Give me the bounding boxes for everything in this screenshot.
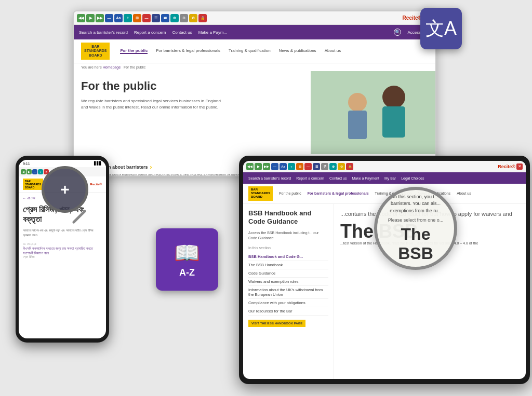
toolbar-btn-14[interactable]: 🔒 xyxy=(198,14,207,22)
main-nav-about[interactable]: About us xyxy=(325,48,341,54)
nav-link-report[interactable]: Report a concern xyxy=(134,30,166,35)
breadcrumb-home[interactable]: Homepage xyxy=(103,65,121,69)
magnifier-handle-left xyxy=(72,209,86,224)
tablet-recite-btn-7[interactable]: ⊞ xyxy=(296,163,303,170)
toolbar-btn-10[interactable]: ⇌ xyxy=(161,14,169,22)
phone-page-desc: আমাদের সর্বশেষ খবর এবং বক্তৃতা পড়ুন এবং… xyxy=(23,228,102,237)
svg-rect-2 xyxy=(382,106,405,138)
hero-image-inner xyxy=(311,71,435,154)
toolbar-btn-8[interactable]: — xyxy=(142,14,151,22)
tablet-recite-close[interactable]: ✕ xyxy=(516,163,523,170)
phone-news-link-1[interactable]: বিএসবি কনফার্মেশন সবচেয়ে জন্য তার ক্ষমত… xyxy=(23,246,102,255)
nav-search-icon[interactable]: 🔍 xyxy=(394,29,401,36)
toolbar-btn-4[interactable]: — xyxy=(105,14,113,22)
tablet-nav-link-1[interactable]: Search a barrister's record xyxy=(248,176,291,180)
tablet-recite-btn-13[interactable]: 🔒 xyxy=(346,163,353,170)
toolbar-btn-9[interactable]: ☰ xyxy=(152,14,160,22)
main-nav-news[interactable]: News & publications xyxy=(279,48,316,54)
tablet-recite-btn-3[interactable]: ▶▶ xyxy=(263,163,270,170)
az-icon[interactable]: 📖 A-Z xyxy=(156,228,218,291)
tablet-sidebar-item-6[interactable]: Compliance with your obligations xyxy=(248,299,328,307)
phone-recite-btn-2[interactable]: ▶ xyxy=(26,169,32,174)
main-nav-public[interactable]: For the public xyxy=(120,48,148,54)
svg-point-3 xyxy=(348,93,367,112)
nav-link-payment[interactable]: Make a Paym... xyxy=(198,30,228,35)
phone-news-type-1: প্রেস রিলিজ xyxy=(23,255,102,259)
svg-rect-4 xyxy=(348,111,367,139)
tablet-recite-btn-2[interactable]: ▶ xyxy=(255,163,262,170)
tablet-magnifier-big: The BSB xyxy=(388,225,444,263)
desktop-main-nav: For the public For barristers & legal pr… xyxy=(120,48,341,54)
toolbar-btn-7[interactable]: ⊞ xyxy=(133,14,141,22)
tablet-bsb-logo: BAR STANDARDS BOARD xyxy=(248,186,273,201)
tablet-recite-btn-4[interactable]: — xyxy=(271,163,278,170)
phone-news-date-1: ০৮ মে ২০২৪ xyxy=(23,242,102,246)
hero-image xyxy=(311,71,435,154)
tablet-sidebar-item-5[interactable]: Information about the UK's withdrawal fr… xyxy=(248,286,328,299)
tablet-sidebar: BSB Handbook and Code Guidance Access th… xyxy=(243,204,334,379)
toolbar-btn-6[interactable]: + xyxy=(124,14,132,22)
tablet-top-nav: Search a barrister's record Report a con… xyxy=(243,172,526,184)
tablet-recite-btn-8[interactable]: — xyxy=(304,163,312,170)
phone-recite-btn-1[interactable]: ◀ xyxy=(21,169,26,174)
desktop-main-header: BAR STANDARDS BOARD For the public For b… xyxy=(74,39,435,63)
tablet-recite-btn-6[interactable]: + xyxy=(288,163,295,170)
magnifier-left: + xyxy=(42,166,99,223)
svg-point-1 xyxy=(382,86,405,108)
tablet-magnifier-text: In this section, you t... barristers. Yo… xyxy=(388,194,444,215)
info-box-1-title: Information about barristers xyxy=(85,163,250,171)
nav-link-contact[interactable]: Contact us xyxy=(172,30,192,35)
toolbar-btn-1[interactable]: ◀◀ xyxy=(77,14,85,22)
tablet-nav-link-5[interactable]: My Bar xyxy=(384,176,396,180)
tablet-recite-btn-9[interactable]: ☰ xyxy=(313,163,320,170)
monitor-screen: ◀◀ ▶ ▶▶ — Aa + ⊞ — ☰ ⇌ ⊕ ⊙ ⊘ 🔒 Recite® ✕… xyxy=(73,10,436,176)
tablet-nav-link-3[interactable]: Contact us xyxy=(329,176,347,180)
hero-title: For the public xyxy=(81,79,303,93)
phone-recite-btn-3[interactable]: — xyxy=(32,169,37,174)
scene: 文A ◀◀ ▶ ▶▶ — Aa + ⊞ — ☰ ⇌ ⊕ ⊙ ⊘ 🔒 Recite… xyxy=(0,0,532,396)
tablet-sidebar-item-7[interactable]: Our resources for the Bar xyxy=(248,307,328,316)
tablet-main-nav-1[interactable]: For the public xyxy=(279,192,301,195)
toolbar-btn-11[interactable]: ⊕ xyxy=(170,14,179,22)
tablet-sidebar-item-2[interactable]: The BSB Handbook xyxy=(248,261,328,269)
recite-logo-desktop: Recite® xyxy=(403,15,422,21)
tablet-sidebar-desc: Access the BSB Handbook including t... o… xyxy=(248,230,328,241)
tablet-section-label: In this section xyxy=(248,246,328,250)
tablet-recite-logo: Recite® xyxy=(498,164,515,169)
toolbar-btn-12[interactable]: ⊙ xyxy=(180,14,188,22)
toolbar-btn-13[interactable]: ⊘ xyxy=(189,14,197,22)
toolbar-btn-5[interactable]: Aa xyxy=(114,14,123,22)
tablet-recite-btn-10[interactable]: ⇌ xyxy=(321,163,328,170)
tablet-main-nav-2[interactable]: For barristers & legal professionals xyxy=(308,192,369,195)
phone-news-item-1: ০৮ মে ২০২৪ বিএসবি কনফার্মেশন সবচেয়ে জন্… xyxy=(23,242,102,259)
translate-icon[interactable]: 文A xyxy=(420,8,462,49)
tablet-magnifier-select: Please select from one o... xyxy=(388,217,444,223)
main-nav-training[interactable]: Training & qualification xyxy=(229,48,271,54)
tablet-recite-btn-12[interactable]: ⊙ xyxy=(338,163,345,170)
tablet-recite-btn-11[interactable]: ⊕ xyxy=(329,163,337,170)
tablet-sidebar-item-1[interactable]: BSB Handbook and Code G... xyxy=(248,253,328,261)
toolbar-btn-3[interactable]: ▶▶ xyxy=(96,14,104,22)
nav-link-search[interactable]: Search a barrister's record xyxy=(79,30,128,35)
main-nav-barristers[interactable]: For barristers & legal professionals xyxy=(156,48,220,54)
tablet-magnifier-handle xyxy=(434,263,450,270)
tablet-visit-button[interactable]: VISIT THE BSB HANDBOOK PAGE xyxy=(248,320,305,327)
tablet-nav-link-2[interactable]: Report a concern xyxy=(296,176,324,180)
desktop-breadcrumb: You are here Homepage For the public xyxy=(74,63,435,71)
bsb-logo-desktop: BAR STANDARDS BOARD xyxy=(81,43,110,60)
tablet-sidebar-item-3[interactable]: Code Guidance xyxy=(248,269,328,278)
tablet-sidebar-title: BSB Handbook and Code Guidance xyxy=(248,209,328,227)
az-label: A-Z xyxy=(179,267,195,278)
toolbar-btn-2[interactable]: ▶ xyxy=(86,14,95,22)
tablet-nav-link-4[interactable]: Make a Payment xyxy=(352,176,379,180)
info-box-1-text: you can read all about barristers nding … xyxy=(85,173,250,176)
svg-rect-0 xyxy=(311,71,435,154)
tablet-recite-btn-1[interactable]: ◀◀ xyxy=(246,163,254,170)
tablet-recite-bar: ◀◀ ▶ ▶▶ — Aa + ⊞ — ☰ ⇌ ⊕ ⊙ 🔒 Recite® ✕ xyxy=(243,161,526,172)
magnifier-plus-icon: + xyxy=(60,181,70,198)
hero-text: For the public We regulate barristers an… xyxy=(74,71,311,154)
tablet-nav-link-6[interactable]: Legal Choices xyxy=(401,176,424,180)
tablet-sidebar-item-4[interactable]: Waivers and exemption rules xyxy=(248,278,328,286)
hero-image-svg xyxy=(311,71,435,154)
tablet-recite-btn-5[interactable]: Aa xyxy=(280,163,287,170)
